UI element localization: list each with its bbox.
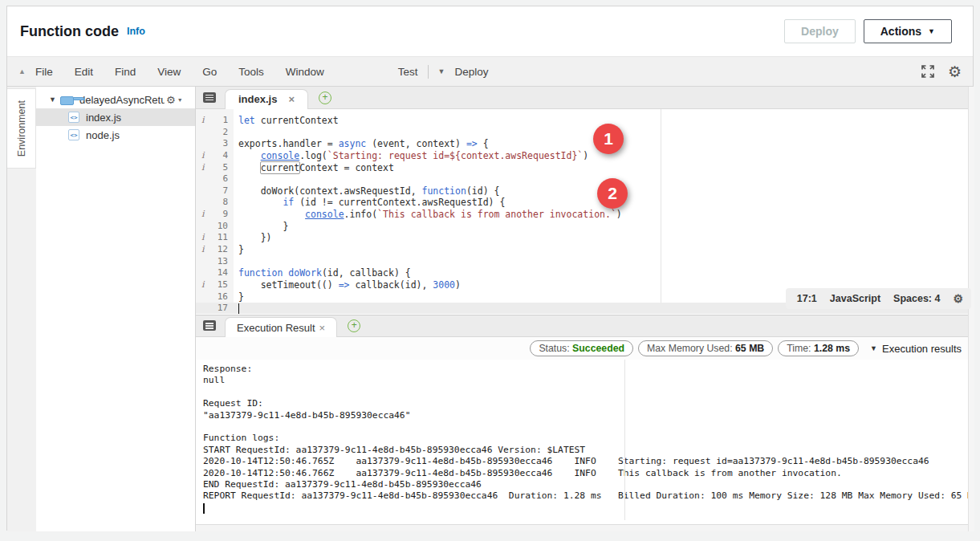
line-number: 7	[206, 185, 228, 197]
gutter-cell: i11	[196, 232, 234, 244]
tab-index-js[interactable]: index.js ×	[225, 89, 308, 109]
gutter-cell: 6	[196, 173, 234, 185]
editor-tabbar: index.js × +	[196, 87, 968, 109]
results-tabbar: Execution Result × +	[196, 315, 968, 337]
vertical-scrollbar[interactable]	[968, 87, 974, 531]
folder-expand-icon[interactable]: ▼	[49, 96, 60, 104]
menu-deploy[interactable]: Deploy	[454, 66, 488, 78]
code-line-7: 7 doWork(context.awsRequestId, function(…	[196, 185, 968, 197]
menu-tools[interactable]: Tools	[238, 66, 264, 78]
editor-settings-gear-icon[interactable]: ⚙	[953, 292, 963, 305]
ide-main: Environment ▼ delayedAsyncReturn ⚙▼ <>in…	[7, 87, 973, 531]
line-number: 13	[206, 256, 228, 268]
menu-file[interactable]: File	[35, 66, 53, 78]
cursor-position[interactable]: 17:1	[797, 293, 817, 304]
gutter-cell: 16	[196, 291, 234, 303]
new-tab-button[interactable]: +	[319, 92, 331, 104]
test-dropdown-icon[interactable]: ▼	[438, 67, 445, 75]
info-annotation-icon	[196, 138, 206, 150]
info-annotation-icon: i	[196, 150, 206, 162]
editor-zone: index.js × + i1let currentContext23expor…	[196, 87, 968, 531]
code-line-12: i12}	[196, 244, 968, 256]
tab-list-icon[interactable]	[203, 320, 218, 332]
info-annotation-icon	[196, 221, 206, 233]
function-code-panel: Function code Info Deploy Actions ▼ ▲ Fi…	[6, 6, 974, 531]
text-cursor	[238, 303, 239, 314]
gutter-cell: 14	[196, 267, 234, 279]
tree-file-index.js[interactable]: <>index.js	[36, 108, 195, 126]
code-text	[234, 127, 238, 139]
js-file-icon: <>	[68, 112, 79, 123]
code-line-13: 13	[196, 256, 968, 268]
code-text	[234, 173, 238, 185]
code-line-2: 2	[196, 127, 968, 139]
status-badge: Time: 1.28 ms	[778, 340, 859, 356]
menu-view[interactable]: View	[157, 66, 181, 78]
collapse-pane-icon[interactable]: ▲	[18, 67, 26, 75]
code-line-14: 14function doWork(id, callback) {	[196, 267, 968, 279]
code-text: })	[234, 232, 272, 244]
chevron-down-icon: ▼	[870, 344, 877, 352]
line-number: 10	[206, 221, 228, 233]
gutter-cell: 8	[196, 197, 234, 209]
gutter-cell: i4	[196, 150, 234, 162]
tab-execution-result[interactable]: Execution Result ×	[225, 317, 337, 337]
menu-go[interactable]: Go	[202, 66, 217, 78]
tree-gear-menu[interactable]: ⚙▼	[166, 94, 183, 106]
menu-find[interactable]: Find	[115, 66, 136, 78]
tab-list-icon[interactable]	[203, 92, 218, 104]
code-line-6: 6	[196, 173, 968, 185]
line-number: 1	[206, 115, 228, 127]
gutter-cell: i5	[196, 162, 234, 174]
line-number: 6	[206, 173, 228, 185]
line-number: 15	[206, 279, 228, 291]
gutter-cell: 7	[196, 185, 234, 197]
print-margin-ruler	[624, 360, 625, 520]
menu-test[interactable]: Test	[398, 66, 418, 78]
deploy-button[interactable]: Deploy	[784, 19, 856, 43]
info-link[interactable]: Info	[127, 26, 145, 37]
status-badge: Status: Succeeded	[530, 340, 633, 356]
menu-window[interactable]: Window	[286, 66, 324, 78]
output-line: Function logs:	[203, 433, 968, 444]
annotation-badge-1: 1	[593, 124, 624, 154]
output-line	[203, 421, 968, 433]
fullscreen-icon[interactable]	[921, 64, 935, 79]
settings-gear-icon[interactable]: ⚙	[948, 63, 962, 81]
close-icon[interactable]: ×	[288, 93, 295, 105]
actions-button[interactable]: Actions ▼	[864, 19, 952, 43]
line-number: 4	[206, 150, 228, 162]
code-line-11: i11 })	[196, 232, 968, 244]
output-line: Response:	[203, 364, 968, 375]
info-annotation-icon	[196, 185, 206, 197]
info-annotation-icon: i	[196, 244, 206, 256]
gutter-cell: i9	[196, 209, 234, 221]
execution-output[interactable]: Response:null Request ID:"aa137379-9c11-…	[196, 360, 968, 524]
info-annotation-icon	[196, 267, 206, 279]
output-line: END RequestId: aa137379-9c11-4e8d-b45b-8…	[203, 479, 968, 490]
new-tab-button[interactable]: +	[348, 319, 360, 332]
tree-folder-row[interactable]: ▼ delayedAsyncReturn ⚙▼	[36, 91, 195, 108]
execution-results-toggle[interactable]: ▼ Execution results	[870, 343, 962, 355]
tree-file-node.js[interactable]: <>node.js	[36, 126, 195, 144]
info-annotation-icon: i	[196, 162, 206, 174]
line-number: 5	[206, 162, 228, 174]
line-number: 17	[206, 303, 228, 314]
close-icon[interactable]: ×	[319, 322, 326, 334]
indent-setting[interactable]: Spaces: 4	[893, 293, 940, 304]
divider	[428, 65, 429, 79]
line-number: 14	[206, 267, 228, 279]
language-mode[interactable]: JavaScript	[830, 293, 880, 304]
horizontal-scrollbar[interactable]	[196, 524, 968, 531]
output-line: REPORT RequestId: aa137379-9c11-4e8d-b45…	[203, 490, 968, 502]
info-annotation-icon	[196, 197, 206, 209]
code-editor[interactable]: i1let currentContext23exports.handler = …	[196, 109, 968, 314]
gutter-cell: 17	[196, 303, 234, 314]
line-number: 8	[206, 197, 228, 209]
line-number: 2	[206, 127, 228, 139]
file-name: index.js	[86, 112, 121, 124]
code-text: }	[234, 244, 244, 256]
output-line: "aa137379-9c11-4e8d-b45b-895930ecca46"	[203, 410, 968, 421]
menu-edit[interactable]: Edit	[75, 66, 93, 78]
environment-tab[interactable]: Environment	[7, 88, 36, 169]
